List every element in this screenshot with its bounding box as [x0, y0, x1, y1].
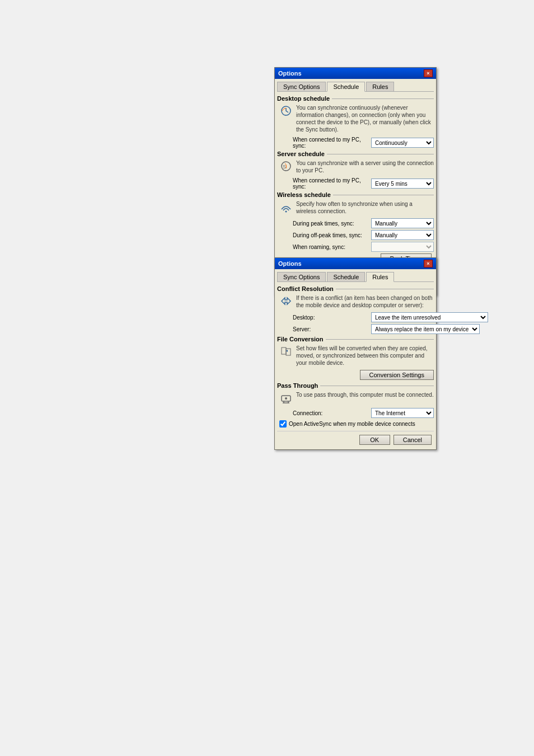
dialog1-titlebar: Options ×	[275, 68, 436, 79]
conflict-divider	[336, 289, 434, 289]
dialog2-titlebar: Options ×	[275, 258, 436, 269]
dialog1-close-button[interactable]: ×	[424, 69, 433, 77]
roaming-label: When roaming, sync:	[293, 244, 371, 250]
server-sync-label: When connected to my PC, sync:	[293, 177, 371, 190]
server-conflict-select[interactable]: Always replace the item on my device Alw…	[371, 324, 480, 334]
server-conflict-row: Server: Always replace the item on my de…	[277, 324, 434, 334]
roaming-row: When roaming, sync:	[277, 242, 434, 252]
server-schedule-content: S You can synchronize with a server usin…	[277, 159, 434, 174]
dialog2-cancel-button[interactable]: Cancel	[394, 435, 432, 445]
dialog-rules: Options × Sync Options Schedule Rules Co…	[274, 257, 437, 450]
dialog1-tabs: Sync Options Schedule Rules	[277, 81, 434, 92]
server-schedule-icon: S	[279, 159, 293, 173]
roaming-select[interactable]	[371, 242, 434, 252]
dialog2-body: Sync Options Schedule Rules Conflict Res…	[275, 269, 436, 449]
svg-point-10	[285, 397, 287, 400]
open-activesync-row: Open ActiveSync when my mobile device co…	[277, 420, 434, 428]
tab-rules[interactable]: Rules	[366, 82, 394, 91]
open-activesync-checkbox[interactable]	[279, 420, 287, 428]
svg-rect-5	[286, 349, 291, 355]
desktop-sync-label: When connected to my PC, sync:	[293, 137, 371, 149]
server-conflict-label: Server:	[293, 326, 371, 332]
tab2-sync-options[interactable]: Sync Options	[277, 272, 326, 281]
wireless-divider	[333, 195, 434, 195]
server-schedule-desc: You can synchronize with a server using …	[296, 159, 434, 174]
desktop-sync-row: When connected to my PC, sync: Continuou…	[277, 137, 434, 149]
wireless-schedule-header: Wireless schedule	[277, 191, 434, 198]
wireless-schedule-icon	[279, 200, 293, 214]
dialog2-title: Options	[278, 260, 302, 267]
desktop-conflict-label: Desktop:	[293, 314, 371, 321]
wireless-schedule-desc: Specify how often to synchronize when us…	[296, 200, 434, 215]
desktop-schedule-desc: You can synchronize continuously (whenev…	[296, 104, 434, 133]
conflict-resolution-content: If there is a conflict (an item has been…	[277, 294, 434, 309]
dialog2-close-button[interactable]: ×	[424, 260, 433, 267]
off-peak-row: During off-peak times, sync: Manually Ev…	[277, 230, 434, 240]
server-sync-select[interactable]: Every 5 mins Every 15 mins Every 30 mins…	[371, 179, 434, 189]
dialog2-ok-button[interactable]: OK	[359, 435, 390, 445]
file-conv-divider	[326, 339, 434, 340]
dialog2-tabs: Sync Options Schedule Rules	[277, 271, 434, 282]
off-peak-label: During off-peak times, sync:	[293, 232, 371, 238]
tab2-schedule[interactable]: Schedule	[327, 272, 365, 281]
during-peak-label: During peak times, sync:	[293, 220, 371, 227]
desktop-schedule-icon	[279, 104, 293, 118]
conflict-resolution-header: Conflict Resolution	[277, 285, 434, 292]
svg-rect-4	[282, 348, 286, 354]
file-conversion-content: Set how files will be converted when the…	[277, 345, 434, 367]
open-activesync-label: Open ActiveSync when my mobile device co…	[289, 421, 415, 427]
server-sync-row: When connected to my PC, sync: Every 5 m…	[277, 177, 434, 190]
conversion-settings-button[interactable]: Conversion Settings	[360, 370, 434, 380]
pass-through-content: To use pass through, this computer must …	[277, 391, 434, 405]
conflict-icon	[279, 294, 293, 308]
during-peak-select[interactable]: Manually Every 5 mins Every 15 mins	[371, 218, 434, 228]
desktop-sync-select[interactable]: Continuously On connection Manually	[371, 138, 434, 148]
connection-label: Connection:	[293, 410, 371, 416]
desktop-schedule-content: You can synchronize continuously (whenev…	[277, 104, 434, 133]
file-conversion-desc: Set how files will be converted when the…	[296, 345, 434, 367]
file-conversion-icon	[279, 345, 293, 358]
svg-text:S: S	[283, 164, 286, 170]
desktop-conflict-row: Desktop: Leave the item unresolved Alway…	[277, 312, 434, 322]
pass-through-icon	[279, 391, 293, 405]
off-peak-select[interactable]: Manually Every 5 mins Every 15 mins	[371, 230, 434, 240]
dialog1-title: Options	[278, 70, 302, 77]
dialog2-buttons: OK Cancel	[277, 431, 434, 447]
page-background: Options × Sync Options Schedule Rules De…	[0, 0, 534, 756]
during-peak-row: During peak times, sync: Manually Every …	[277, 218, 434, 228]
conflict-desc: If there is a conflict (an item has been…	[296, 294, 434, 309]
connection-row: Connection: The Internet Work Network	[277, 408, 434, 418]
desktop-schedule-header: Desktop schedule	[277, 95, 434, 102]
svg-point-3	[285, 211, 287, 213]
connection-select[interactable]: The Internet Work Network	[371, 408, 434, 418]
tab-schedule[interactable]: Schedule	[327, 82, 365, 92]
tab2-rules[interactable]: Rules	[366, 272, 394, 282]
pass-through-desc: To use pass through, this computer must …	[296, 391, 434, 398]
conversion-settings-row: Conversion Settings	[277, 370, 434, 380]
file-conversion-header: File Conversion	[277, 336, 434, 342]
pass-through-divider	[320, 386, 434, 386]
tab-sync-options[interactable]: Sync Options	[277, 82, 326, 91]
desktop-conflict-select[interactable]: Leave the item unresolved Always replace…	[371, 312, 488, 322]
pass-through-header: Pass Through	[277, 382, 434, 389]
server-schedule-header: Server schedule	[277, 151, 434, 157]
server-divider	[327, 154, 434, 154]
desktop-divider	[332, 98, 434, 99]
wireless-schedule-content: Specify how often to synchronize when us…	[277, 200, 434, 215]
